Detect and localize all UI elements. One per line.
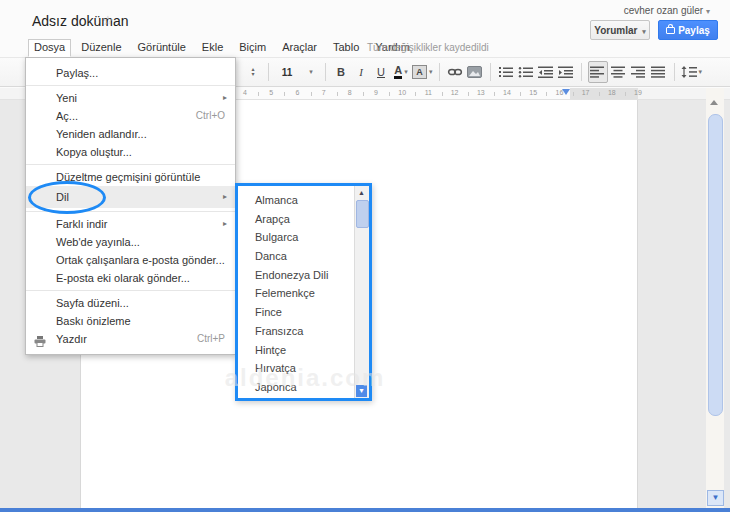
chevron-down-icon[interactable]: ▾ — [404, 68, 408, 76]
language-item-danca[interactable]: Danca — [238, 247, 355, 266]
file-menu-item-yeni[interactable]: Yeni▸ — [26, 89, 235, 107]
language-item-felemenk-e[interactable]: Felemenkçe — [238, 284, 355, 303]
align-justify-button[interactable] — [650, 62, 668, 82]
highlight-color-button[interactable]: A — [412, 65, 427, 79]
file-menu: Paylaş...Yeni▸Aç...Ctrl+OYeniden adlandı… — [25, 57, 236, 355]
menu-araçlar[interactable]: Araçlar — [276, 39, 323, 57]
menu-separator — [26, 85, 235, 86]
insert-image-button[interactable] — [466, 62, 484, 82]
google-docs-window: Adsız doküman ☆ cevher ozan güler ▾ Yoru… — [0, 0, 730, 512]
language-item-almanca[interactable]: Almanca — [238, 191, 355, 210]
file-menu-item-sayfa-d-zeni[interactable]: Sayfa düzeni... — [26, 294, 235, 312]
language-item-arap-a[interactable]: Arapça — [238, 210, 355, 229]
ruler-margin-marker[interactable] — [562, 89, 570, 95]
star-icon[interactable]: ☆ — [102, 13, 114, 28]
submenu-scroll-up-icon[interactable]: ▲ — [357, 188, 366, 197]
ruler-tick — [520, 92, 521, 96]
bold-button[interactable]: B — [332, 62, 350, 82]
file-menu-item-yazd-r[interactable]: YazdırCtrl+P — [26, 330, 235, 348]
ruler-tick — [389, 92, 390, 96]
vertical-scrollbar[interactable]: ▼ — [706, 88, 724, 508]
insert-link-button[interactable] — [446, 62, 464, 82]
increase-indent-button[interactable] — [557, 62, 575, 82]
file-menu-item-bask-nizleme[interactable]: Baskı önizleme — [26, 312, 235, 330]
language-item-endonezya-dili[interactable]: Endonezya Dili — [238, 266, 355, 285]
file-menu-item-web-de-yay-nla[interactable]: Web'de yayınla... — [26, 233, 235, 251]
menu-görüntüle[interactable]: Görüntüle — [132, 39, 192, 57]
ruler-number: 5 — [269, 89, 273, 96]
comments-button-label: Yorumlar — [594, 25, 637, 36]
ruler-number: 6 — [295, 89, 299, 96]
italic-button[interactable]: I — [352, 62, 370, 82]
scroll-down-icon[interactable]: ▼ — [707, 490, 724, 506]
share-button[interactable]: Paylaş — [658, 20, 718, 40]
menu-item-label: Farklı indir — [56, 218, 107, 230]
submenu-scroll-down-icon[interactable]: ▼ — [356, 385, 367, 397]
ruler-tick — [258, 92, 259, 96]
menu-düzenle[interactable]: Düzenle — [75, 39, 127, 57]
align-left-button[interactable] — [588, 61, 608, 83]
ruler-number: 12 — [451, 89, 459, 96]
align-center-button[interactable] — [610, 62, 628, 82]
share-button-label: Paylaş — [678, 25, 710, 36]
bulleted-list-button[interactable] — [517, 62, 535, 82]
comments-button[interactable]: Yorumlar ▾ — [590, 20, 650, 40]
menu-separator — [26, 164, 235, 165]
language-item-h-rvat-a[interactable]: Hırvatça — [238, 359, 355, 378]
submenu-scrollbar-thumb[interactable] — [356, 200, 369, 228]
account-name: cevher ozan güler — [624, 5, 704, 16]
ruler-number: 15 — [529, 89, 537, 96]
submenu-arrow-icon: ▸ — [223, 215, 227, 233]
text-color-button[interactable]: A — [394, 65, 402, 79]
document-title[interactable]: Adsız doküman — [32, 13, 129, 29]
file-menu-item-farkl-indir[interactable]: Farklı indir▸ — [26, 215, 235, 233]
scrollbar-thumb[interactable] — [708, 114, 723, 416]
file-menu-item-payla[interactable]: Paylaş... — [26, 64, 235, 82]
ruler-tick — [284, 92, 285, 96]
language-item-japonca[interactable]: Japonca — [238, 378, 355, 397]
file-menu-item-yeniden-adland-r[interactable]: Yeniden adlandır... — [26, 125, 235, 143]
ruler-number: 19 — [634, 89, 642, 96]
menu-ekle[interactable]: Ekle — [196, 39, 229, 57]
language-item-fince[interactable]: Fince — [238, 303, 355, 322]
align-right-button[interactable] — [630, 62, 648, 82]
account-menu[interactable]: cevher ozan güler ▾ — [624, 5, 710, 16]
ruler-tick — [625, 92, 626, 96]
underline-button[interactable]: U — [372, 62, 390, 82]
ruler-tick — [573, 92, 574, 96]
font-spinner-icon[interactable]: ▴▾ — [244, 62, 262, 82]
chevron-down-icon[interactable]: ▾ — [699, 68, 703, 76]
scroll-up-icon[interactable] — [710, 100, 718, 105]
language-list: AlmancaArapçaBulgarcaDancaEndonezya Dili… — [238, 191, 355, 397]
submenu-scrollbar[interactable]: ▲ ▼ — [354, 186, 369, 398]
ruler-tick — [599, 92, 600, 96]
font-size-dropdown-icon[interactable]: ▾ — [301, 62, 319, 82]
menu-item-label: Yazdır — [56, 333, 87, 345]
file-menu-item-a[interactable]: Aç...Ctrl+O — [26, 107, 235, 125]
file-menu-item-dil[interactable]: Dil▸ — [26, 186, 235, 208]
language-item-frans-zca[interactable]: Fransızca — [238, 322, 355, 341]
file-menu-item-d-zeltme-ge-mi-ini-g-r-nt-le[interactable]: Düzeltme geçmişini görüntüle — [26, 168, 235, 186]
submenu-arrow-icon: ▸ — [223, 186, 227, 208]
numbered-list-button[interactable] — [497, 62, 515, 82]
ruler-number: 8 — [348, 89, 352, 96]
printer-icon — [34, 334, 46, 352]
language-item-bulgarca[interactable]: Bulgarca — [238, 228, 355, 247]
shortcut-label: Ctrl+P — [197, 330, 225, 348]
font-size-value[interactable]: 11 — [275, 62, 299, 82]
line-spacing-button[interactable]: ▾ — [681, 62, 703, 82]
decrease-indent-button[interactable] — [537, 62, 555, 82]
menu-dosya[interactable]: Dosya — [28, 39, 71, 57]
lock-icon — [666, 27, 675, 34]
menu-item-label: Web'de yayınla... — [56, 236, 140, 248]
file-menu-item-e-posta-eki-olarak-g-nder[interactable]: E-posta eki olarak gönder... — [26, 269, 235, 287]
menu-biçim[interactable]: Biçim — [233, 39, 272, 57]
file-menu-item-ortak-al-anlara-e-posta-g-nder[interactable]: Ortak çalışanlara e-posta gönder... — [26, 251, 235, 269]
ruler-number: 17 — [582, 89, 590, 96]
language-item-hint-e[interactable]: Hintçe — [238, 341, 355, 360]
file-menu-item-kopya-olu-tur[interactable]: Kopya oluştur... — [26, 143, 235, 161]
ruler-tick — [337, 92, 338, 96]
chevron-down-icon[interactable]: ▾ — [429, 68, 433, 76]
menu-tablo[interactable]: Tablo — [327, 39, 365, 57]
language-submenu: AlmancaArapçaBulgarcaDancaEndonezya Dili… — [235, 183, 372, 401]
